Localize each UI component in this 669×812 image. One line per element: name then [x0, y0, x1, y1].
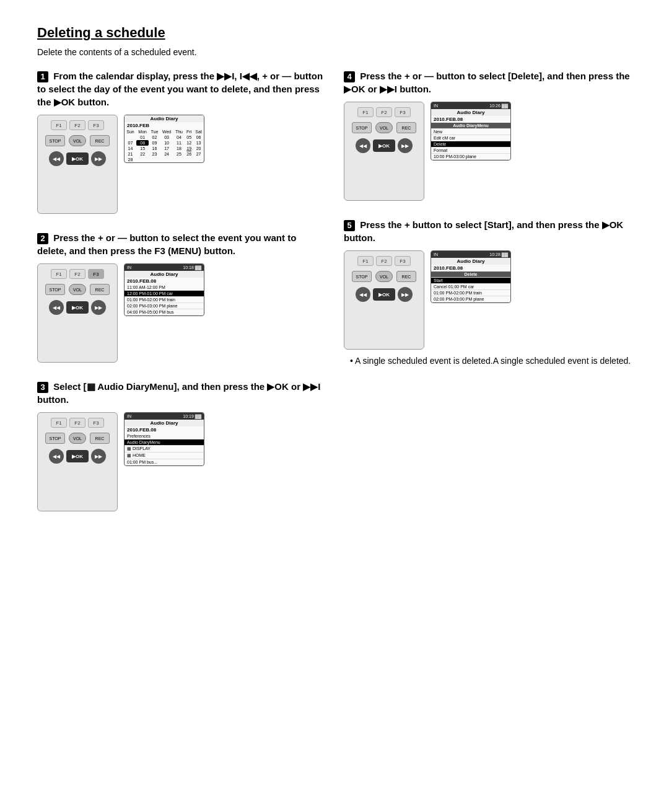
menu-edit: Edit cM car [431, 135, 510, 141]
event-row-1: 11:00 AM-12:00 PM [125, 285, 204, 291]
f1-btn-3: F1 [51, 418, 67, 428]
step-3-images: F1 F2 F3 STOP VOL REC ◀◀ ▶OK ▶▶ [37, 412, 325, 511]
vol-btn-2: VOL [69, 284, 86, 295]
screen-date-4: 2010.FEB.08 [431, 116, 510, 123]
prev-btn-3: ◀◀ [49, 449, 64, 464]
menu-cancel: Cancel 01:00 PM car [431, 284, 510, 290]
next-btn-2: ▶▶ [91, 300, 106, 315]
screen-header-5: IN 10:28 ▓▓ [431, 251, 510, 258]
menu-title-4: Audio DiaryMenu [431, 123, 510, 129]
step-1-heading: 1 From the calendar display, press the ▶… [37, 69, 325, 108]
screen-date-feb: 2010.FEB [125, 122, 204, 129]
f2-btn-3: F2 [69, 418, 85, 428]
stop-btn-3: STOP [45, 433, 65, 444]
step-3: 3 Select [▦ Audio DiaryMenu], and then p… [37, 380, 325, 511]
screen-date-5: 2010.FEB.08 [431, 265, 510, 271]
step-2-device: F1 F2 F3 STOP VOL REC ◀◀ ▶OK ▶▶ [37, 263, 118, 363]
step-4-images: F1 F2 F3 STOP VOL REC ◀◀ ▶OK ▶▶ [344, 102, 632, 201]
step-2: 2 Press the + or — button to select the … [37, 231, 325, 363]
time-label-3: 10:19 ▓▓ [183, 414, 201, 418]
step-1-screen: Audio Diary 2010.FEB SunMonTueWedThuFriS… [124, 115, 204, 163]
f2-btn-2: F2 [69, 269, 85, 279]
step-4-number: 4 [344, 71, 355, 82]
menu-new: New [431, 129, 510, 135]
menu-format: Format [431, 148, 510, 154]
stop-btn-5: STOP [352, 271, 372, 282]
screen-title-5: Audio Diary [431, 258, 510, 265]
ok-btn-5: ▶OK [373, 288, 395, 301]
nav-cluster-5: ◀◀ ▶OK ▶▶ [356, 287, 413, 302]
screen-date-2: 2010.FEB.08 [125, 278, 204, 285]
in-label: IN [127, 265, 131, 270]
rec-btn: REC [90, 135, 110, 146]
step-3-heading: 3 Select [▦ Audio DiaryMenu], and then p… [37, 380, 325, 406]
step-2-images: F1 F2 F3 STOP VOL REC ◀◀ ▶OK ▶▶ [37, 263, 325, 363]
next-btn-4: ▶▶ [398, 138, 413, 153]
step-1-device: F1 F2 F3 STOP VOL REC ◀◀ ▶OK ▶▶ [37, 115, 118, 214]
next-btn-5: ▶▶ [398, 287, 413, 302]
in-label-3: IN [127, 414, 131, 418]
step-4-device: F1 F2 F3 STOP VOL REC ◀◀ ▶OK ▶▶ [344, 102, 424, 201]
f3-btn-4: F3 [395, 107, 411, 117]
event-row-5: 04:00 PM-05:00 PM bus [125, 309, 204, 316]
stop-btn: STOP [45, 135, 65, 146]
f2-btn-5: F2 [376, 256, 392, 266]
step-5: 5 Press the + button to select [Start], … [344, 218, 632, 366]
step-3-device: F1 F2 F3 STOP VOL REC ◀◀ ▶OK ▶▶ [37, 412, 118, 511]
ok-btn-3: ▶OK [66, 450, 89, 462]
menu-delete-title: Delete [431, 271, 510, 278]
ok-btn-2: ▶OK [66, 301, 89, 314]
step-5-device: F1 F2 F3 STOP VOL REC ◀◀ ▶OK ▶▶ [344, 250, 424, 350]
menu-time: 01:00 PM bus... [125, 459, 204, 466]
step-5-note: • A single scheduled event is deleted.A … [344, 356, 632, 366]
next-btn: ▶▶ [91, 151, 106, 166]
step-3-screen: IN 10:19 ▓▓ Audio Diary 2010.FEB.08 Pref… [124, 412, 204, 466]
prev-btn-2: ◀◀ [49, 300, 64, 315]
nav-cluster-4: ◀◀ ▶OK ▶▶ [356, 138, 413, 153]
menu-display: ▦ DISPLAY [125, 446, 204, 452]
step-2-screen: IN 10:18 ▓▓ Audio Diary 2010.FEB.08 11:0… [124, 263, 204, 316]
calendar-table: SunMonTueWedThuFriSat 010203040506 07080… [125, 129, 204, 162]
prev-btn-5: ◀◀ [356, 287, 370, 302]
rec-btn-5: REC [396, 271, 416, 282]
step-1: 1 From the calendar display, press the ▶… [37, 69, 325, 214]
f3-btn-3: F3 [88, 418, 104, 428]
step-4: 4 Press the + or — button to select [Del… [344, 69, 632, 201]
event-row-2: 12:00 PM-01:00 PM car [125, 291, 204, 297]
screen-header-2: IN 10:18 ▓▓ [125, 264, 204, 271]
vol-btn: VOL [69, 135, 86, 146]
f1-btn-4: F1 [357, 107, 374, 117]
f3-btn-2: F3 [88, 269, 104, 279]
step-5-screen: IN 10:28 ▓▓ Audio Diary 2010.FEB.08 Dele… [431, 250, 511, 303]
rec-btn-4: REC [396, 122, 416, 133]
screen-audio-diary: Audio Diary [125, 115, 204, 122]
nav-cluster: ◀◀ ▶OK ▶▶ [49, 151, 106, 166]
menu-event-plane: 02:00 PM-03:00 PM plane [431, 296, 510, 302]
menu-home: ▦ HOME [125, 452, 204, 459]
f1-btn-2: F1 [51, 269, 67, 279]
step-5-images: F1 F2 F3 STOP VOL REC ◀◀ ▶OK ▶▶ [344, 250, 632, 350]
menu-delete: Delete [431, 141, 510, 148]
f2-btn-4: F2 [376, 107, 392, 117]
screen-title-4: Audio Diary [431, 109, 510, 116]
menu-time2: 10:00 PM-03:00 plane [431, 154, 510, 160]
nav-cluster-2: ◀◀ ▶OK ▶▶ [49, 300, 106, 315]
step-4-heading: 4 Press the + or — button to select [Del… [344, 69, 632, 95]
page-title: Deleting a schedule [37, 25, 632, 41]
step-5-number: 5 [344, 220, 355, 231]
screen-header-3: IN 10:19 ▓▓ [125, 413, 204, 420]
in-label-5: IN [434, 252, 438, 257]
menu-start: Start [431, 278, 510, 284]
time-label-2: 10:18 ▓▓ [183, 265, 201, 270]
time-label-4: 10:26 ▓▓ [489, 104, 508, 108]
ok-btn-4: ▶OK [373, 139, 395, 152]
screen-date-3: 2010.FEB.08 [125, 426, 204, 433]
in-label-4: IN [434, 104, 438, 108]
f1-btn: F1 [51, 120, 67, 130]
time-label-5: 10:28 ▓▓ [489, 252, 508, 257]
event-row-4: 02:00 PM-03:00 PM plane [125, 303, 204, 309]
step-1-number: 1 [37, 71, 48, 82]
screen-title-3: Audio Diary [125, 420, 204, 426]
screen-title-2: Audio Diary [125, 271, 204, 278]
ok-btn: ▶OK [66, 152, 89, 165]
